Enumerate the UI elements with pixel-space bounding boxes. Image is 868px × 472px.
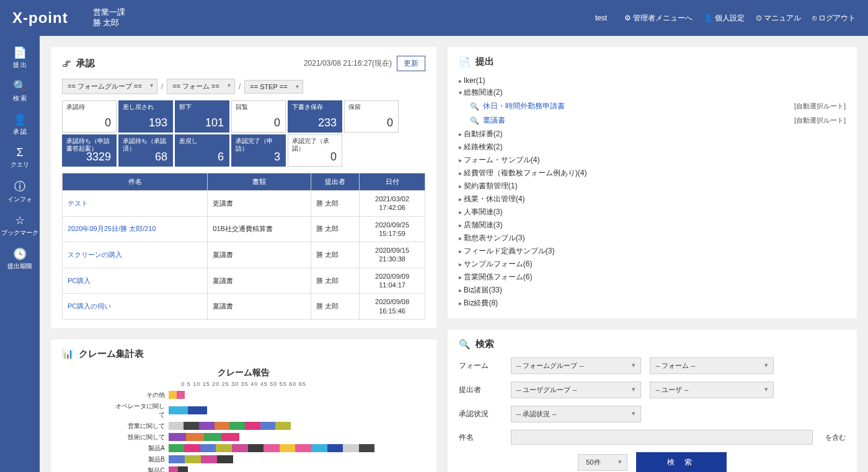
- sidebar-item[interactable]: 👤承 認: [0, 108, 40, 141]
- route-label: [自動選択ルート]: [794, 102, 846, 111]
- search-formgroup-select[interactable]: -- フォームグループ --: [511, 357, 641, 374]
- chart-bar: [169, 455, 233, 463]
- status-tile[interactable]: 保留0: [344, 100, 399, 133]
- form-group-select[interactable]: == フォームグループ ==: [62, 79, 157, 94]
- tree-node[interactable]: 勤怠表サンプル(3): [459, 232, 846, 245]
- tree-node[interactable]: Biz諸届(33): [459, 284, 846, 297]
- logout-link[interactable]: ⎋ログアウト: [812, 13, 856, 24]
- tree-node[interactable]: 店舗関連(3): [459, 219, 846, 232]
- status-tile[interactable]: 承認待0: [62, 100, 117, 133]
- manual-link[interactable]: ⊙マニュアル: [756, 13, 801, 24]
- tile-value: 193: [149, 116, 167, 129]
- user-name: 勝 太郎: [93, 18, 125, 28]
- search-status-select[interactable]: -- 承認状況 --: [511, 406, 641, 422]
- user-dept: 営業一課: [93, 7, 125, 18]
- step-select[interactable]: == STEP ==: [244, 80, 303, 94]
- row-date: 2021/03/0217:42:06: [360, 191, 425, 217]
- tree-node[interactable]: 総務関連(2): [459, 86, 846, 99]
- tree-node[interactable]: 残業・休出管理(4): [459, 193, 846, 206]
- tile-value: 0: [330, 151, 337, 164]
- row-subject[interactable]: PC購入の伺い: [63, 294, 208, 320]
- chart-category-label: 営業に関して: [113, 422, 169, 430]
- tile-label: 差し戻され: [123, 103, 169, 111]
- row-date: 2020/09/1521:30:38: [360, 242, 425, 268]
- status-tile[interactable]: 承認待ち（承認済）68: [118, 134, 173, 167]
- search-icon: 🔍: [459, 339, 471, 350]
- status-tile[interactable]: 部下101: [175, 100, 229, 133]
- table-header: 書類: [208, 173, 311, 191]
- route-label: [自動選択ルート]: [794, 116, 846, 125]
- status-tile[interactable]: 承認完了（承認）0: [288, 134, 342, 167]
- search-title: 検索: [476, 338, 494, 350]
- tile-label: 保留: [348, 103, 394, 111]
- personal-settings-link[interactable]: 👤個人設定: [704, 13, 745, 24]
- row-subject[interactable]: テスト: [63, 191, 208, 217]
- admin-menu-link[interactable]: ⚙管理者メニューへ: [624, 13, 693, 24]
- row-subject[interactable]: 2020年09月25日/勝 太郎/210: [63, 216, 208, 242]
- tile-label: 部下: [179, 103, 225, 111]
- sidebar-icon: ☆: [1, 214, 38, 227]
- sidebar-label: ブックマーク: [1, 229, 38, 236]
- tree-node[interactable]: 契約書類管理(1): [459, 180, 846, 193]
- submit-title: 提出: [476, 56, 494, 68]
- status-tile[interactable]: 承認完了（申請）3: [231, 134, 286, 167]
- status-tile[interactable]: 回覧0: [231, 100, 286, 133]
- search-panel: 🔍 検索 フォーム -- フォームグループ -- -- フォーム -- 提出者 …: [448, 330, 857, 472]
- tree-node[interactable]: 人事関連(3): [459, 206, 846, 219]
- help-icon: ⊙: [756, 14, 762, 22]
- refresh-button[interactable]: 更新: [397, 56, 425, 71]
- search-form-select[interactable]: -- フォーム --: [650, 357, 774, 374]
- status-tile[interactable]: 承認待ち（申請書答起案）3329: [62, 134, 117, 167]
- chart-category-label: オペレータに関して: [113, 402, 169, 419]
- tree-node[interactable]: フォーム・サンプル(4): [459, 154, 846, 167]
- tree-node[interactable]: サンプルフォーム(6): [459, 258, 846, 271]
- tile-label: 回覧: [236, 103, 281, 111]
- submit-panel: 📄 提出 Iker(1)総務関連(2)🔍休日・時間外勤務申請書[自動選択ルート]…: [448, 47, 857, 318]
- sidebar-icon: 📄: [1, 46, 38, 59]
- search-user-select[interactable]: -- ユーザ --: [650, 382, 774, 398]
- table-header: 件名: [63, 173, 208, 191]
- tile-label: 下書き保存: [292, 103, 338, 111]
- chart-category-label: 製品B: [113, 455, 169, 464]
- logo: X-point: [12, 9, 68, 27]
- search-icon: 🔍: [470, 102, 479, 111]
- status-tile[interactable]: 差戻し6: [175, 134, 229, 167]
- tree-node[interactable]: 自動採番(2): [459, 128, 846, 141]
- chart-row: 製品B: [113, 455, 375, 464]
- person-icon: 👤: [704, 14, 713, 22]
- sidebar-item[interactable]: ⓘインフォ: [0, 174, 40, 209]
- tree-node[interactable]: 経費管理（複数枚フォーム例あり)(4): [459, 167, 846, 180]
- search-usergroup-select[interactable]: -- ユーザグループ --: [511, 382, 641, 398]
- chart-row: 製品A: [113, 444, 375, 453]
- status-tile[interactable]: 差し戻され193: [118, 100, 173, 133]
- row-subject[interactable]: スクリーンの購入: [63, 242, 208, 268]
- sidebar-item[interactable]: ☆ブックマーク: [0, 209, 40, 242]
- search-subject-label: 件名: [459, 432, 502, 443]
- search-button[interactable]: 検 索: [636, 452, 726, 472]
- tree-node[interactable]: Biz経費(8): [459, 297, 846, 310]
- env-label: test: [595, 14, 607, 22]
- sidebar-item[interactable]: 🔍検 索: [0, 74, 40, 108]
- form-link[interactable]: 稟議書: [483, 115, 505, 126]
- approval-panel: 🖇 承認 2021/03/08 21:16:27(現在) 更新 == フォームグ…: [51, 47, 436, 328]
- sidebar-item[interactable]: Σクエリ: [0, 141, 40, 174]
- search-count-select[interactable]: 50件: [578, 454, 627, 471]
- search-subject-input[interactable]: [511, 430, 813, 445]
- tree-node[interactable]: 営業関係フォーム(6): [459, 271, 846, 284]
- form-link[interactable]: 休日・時間外勤務申請書: [483, 101, 565, 111]
- tree-node[interactable]: 経路検索(2): [459, 141, 846, 154]
- sidebar-item[interactable]: 📄提 出: [0, 41, 40, 74]
- approval-timestamp: 2021/03/08 21:16:27(現在): [304, 58, 392, 69]
- sidebar-label: 提 出: [13, 61, 27, 68]
- chart-title: クレーム報告: [218, 367, 270, 378]
- sidebar-item[interactable]: 🕓提出期限: [0, 242, 40, 276]
- tree-node[interactable]: フィールド定義サンプル(3): [459, 245, 846, 258]
- search-form-label: フォーム: [459, 361, 502, 371]
- claim-panel: 📊 クレーム集計表 クレーム報告 0 5 10 15 20 25 30 35 4…: [51, 339, 436, 472]
- table-row: スクリーンの購入 稟議書 勝 太郎 2020/09/1521:30:38: [63, 242, 425, 268]
- status-tile[interactable]: 下書き保存233: [288, 100, 342, 133]
- chart-category-label: 技術に関して: [113, 433, 169, 442]
- row-subject[interactable]: PC購入: [63, 268, 208, 294]
- tree-node[interactable]: Iker(1): [459, 75, 846, 86]
- form-select[interactable]: == フォーム ==: [167, 79, 235, 94]
